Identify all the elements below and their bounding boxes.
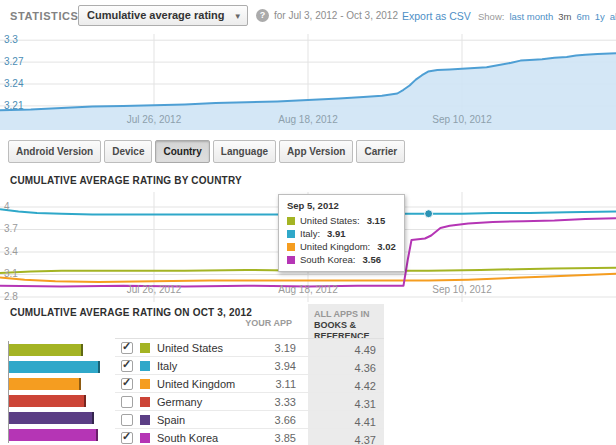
country-bar <box>9 375 110 392</box>
show-option-last-month[interactable]: last month <box>509 11 553 22</box>
table-row: South Korea 3.85 4.37 <box>115 429 384 445</box>
series-swatch <box>287 256 295 264</box>
all-apps-column-header: ALL APPS IN BOOKS & REFERENCE <box>308 304 384 342</box>
on-date-section-title: CUMULATIVE AVERAGE RATING ON OCT 3, 2012 <box>10 307 252 318</box>
tab-language[interactable]: Language <box>213 140 276 163</box>
table-row: United States 3.19 4.49 <box>115 339 384 357</box>
country-label: United States <box>157 342 223 354</box>
metric-dropdown[interactable]: Cumulative average rating ▼ <box>78 5 248 26</box>
tab-carrier[interactable]: Carrier <box>356 140 405 163</box>
all-apps-header-line1: ALL APPS IN <box>314 309 378 320</box>
country-label: Spain <box>157 414 185 426</box>
y-axis-tick: 3.21 <box>4 100 23 111</box>
page-title: STATISTICS <box>10 10 79 22</box>
series-swatch <box>287 217 295 225</box>
country-checkbox[interactable] <box>121 378 133 390</box>
country-bar <box>9 358 110 375</box>
by-country-chart: 4 3.7 3.4 3.1 2.8 Jul 26, 2012 Aug 18, 2… <box>0 192 616 304</box>
country-checkbox[interactable] <box>121 396 133 408</box>
bar <box>9 378 81 390</box>
tooltip-series-label: Italy: <box>300 227 320 240</box>
tooltip-entry: Italy: 3.91 <box>287 227 396 240</box>
tooltip-entry: United States: 3.15 <box>287 214 396 227</box>
tab-country[interactable]: Country <box>155 140 209 163</box>
tooltip-series-label: United Kingdom: <box>300 240 370 253</box>
your-app-column-header: YOUR APP <box>230 318 292 328</box>
series-swatch <box>140 343 150 353</box>
tab-device[interactable]: Device <box>104 140 152 163</box>
country-label: United Kingdom <box>157 378 235 390</box>
table-row: Italy 3.94 4.36 <box>115 357 384 375</box>
export-csv-link[interactable]: Export as CSV <box>402 10 471 22</box>
bar <box>9 361 100 373</box>
show-option-all[interactable]: all <box>610 11 616 22</box>
your-app-value: 3.66 <box>275 414 296 426</box>
y-axis-tick: 3.27 <box>4 56 23 67</box>
show-label: Show: <box>478 11 504 22</box>
bar <box>9 412 94 424</box>
y-axis-tick: 4 <box>4 201 10 212</box>
tooltip-series-value: 3.15 <box>367 214 386 227</box>
country-bar <box>9 409 110 426</box>
bar <box>9 344 83 356</box>
tooltip-series-value: 3.02 <box>377 240 396 253</box>
bar <box>9 395 86 407</box>
country-bar-chart <box>8 341 110 443</box>
country-label: Germany <box>157 396 202 408</box>
overall-rating-chart: 3.3 3.27 3.24 3.21 Jul 26, 2012 Aug 18, … <box>0 34 616 134</box>
series-swatch <box>140 379 150 389</box>
series-swatch <box>140 397 150 407</box>
table-row: United Kingdom 3.11 4.42 <box>115 375 384 393</box>
tab-app-version[interactable]: App Version <box>279 140 353 163</box>
country-bar <box>9 426 110 443</box>
your-app-value: 3.11 <box>275 378 296 390</box>
country-checkbox[interactable] <box>121 432 133 444</box>
tab-android-version[interactable]: Android Version <box>8 140 101 163</box>
all-apps-value: 4.42 <box>355 380 376 392</box>
chart-tooltip: Sep 5, 2012 United States: 3.15 Italy: 3… <box>278 194 405 272</box>
tooltip-entry: United Kingdom: 3.02 <box>287 240 396 253</box>
metric-dropdown-value: Cumulative average rating <box>87 9 225 21</box>
x-axis-tick: Sep 10, 2012 <box>432 114 492 125</box>
all-apps-value: 4.36 <box>355 362 376 374</box>
bar <box>9 429 98 441</box>
x-axis-tick: Aug 18, 2012 <box>278 114 338 125</box>
tooltip-series-value: 3.56 <box>362 253 381 266</box>
y-axis-tick: 3.3 <box>4 34 18 45</box>
series-swatch <box>287 230 295 238</box>
y-axis-tick: 3.1 <box>4 268 18 279</box>
show-option-3m[interactable]: 3m <box>558 11 571 22</box>
all-apps-value: 4.49 <box>355 344 376 356</box>
country-bar <box>9 392 110 409</box>
all-apps-value: 4.41 <box>355 416 376 428</box>
dimension-tabs: Android Version Device Country Language … <box>8 140 405 163</box>
tooltip-series-label: United States: <box>300 214 360 227</box>
your-app-value: 3.33 <box>275 396 296 408</box>
statistics-page: STATISTICS Cumulative average rating ▼ ?… <box>0 0 616 445</box>
date-range-label: for Jul 3, 2012 - Oct 3, 2012 <box>274 10 398 21</box>
country-label: South Korea <box>157 432 218 444</box>
all-apps-value: 4.37 <box>355 434 376 445</box>
all-apps-value: 4.31 <box>355 398 376 410</box>
y-axis-tick: 3.7 <box>4 223 18 234</box>
info-icon[interactable]: ? <box>256 9 269 22</box>
country-bar <box>9 341 110 358</box>
y-axis-tick: 3.24 <box>4 78 23 89</box>
country-checkbox[interactable] <box>121 414 133 426</box>
series-swatch <box>140 415 150 425</box>
tooltip-series-label: South Korea: <box>300 253 355 266</box>
tooltip-series-value: 3.91 <box>327 227 346 240</box>
your-app-value: 3.85 <box>275 432 296 444</box>
show-option-6m[interactable]: 6m <box>576 11 589 22</box>
country-checkbox[interactable] <box>121 360 133 372</box>
x-axis-tick: Jul 26, 2012 <box>127 284 182 295</box>
show-option-1y[interactable]: 1y <box>595 11 605 22</box>
by-country-section-title: CUMULATIVE AVERAGE RATING BY COUNTRY <box>10 175 242 186</box>
country-label: Italy <box>157 360 177 372</box>
x-axis-tick: Jul 26, 2012 <box>127 114 182 125</box>
series-swatch <box>287 243 295 251</box>
country-checkbox[interactable] <box>121 342 133 354</box>
tooltip-entry: South Korea: 3.56 <box>287 253 396 266</box>
x-axis-tick: Sep 10, 2012 <box>432 284 492 295</box>
your-app-value: 3.19 <box>275 342 296 354</box>
